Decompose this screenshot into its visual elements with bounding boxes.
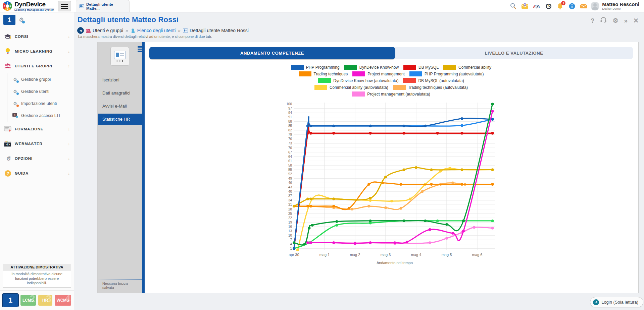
legend-swatch: [344, 65, 357, 70]
settings-gear-icon[interactable]: ⚙: [612, 17, 618, 24]
svg-text:28: 28: [288, 207, 292, 211]
svg-text:22: 22: [288, 216, 292, 220]
user-menu[interactable]: Matteo Resconi Docker Demo: [591, 0, 644, 12]
gears-icon: ⚙⚙: [4, 155, 11, 162]
sidebar-item-micro-learning[interactable]: MICRO LEARNING↓: [0, 44, 74, 59]
svg-text:mag 4: mag 4: [411, 253, 421, 257]
sidebar: 1 ⚙ CORSI↓MICRO LEARNING↓UTENTI E GRUPPI…: [0, 12, 74, 310]
svg-text:79: 79: [288, 133, 292, 136]
help-icon[interactable]: ?: [591, 17, 595, 24]
svg-text:7: 7: [290, 238, 292, 242]
close-icon[interactable]: ✕: [633, 17, 639, 24]
svg-text:1: 1: [290, 247, 292, 250]
section-avvisi-e-mail[interactable]: Avvisi e-Mail: [98, 101, 142, 112]
svg-text:mag 6: mag 6: [472, 253, 482, 257]
legend-item: DynDevice Know-how (autovalutata): [318, 78, 398, 83]
notification-badge: 1: [561, 1, 565, 5]
login-readonly-button[interactable]: ➔ Login (Sola lettura): [590, 297, 643, 307]
legend-item: PHP Programming (autovalutata): [409, 71, 484, 76]
sidebar-item-guida[interactable]: ?GUIDA↓: [0, 166, 74, 181]
tab-andamento-competenze[interactable]: ANDAMENTO COMPETENZE: [149, 47, 395, 59]
sidebar-item-webmaster[interactable]: <I>WEBMASTER↓: [0, 136, 74, 151]
open-document-tab[interactable]: Dettagli utente Matte...: [76, 0, 130, 12]
legend-item: Trading techniques (autovalutata): [393, 85, 468, 90]
sidebar-subitem-gestione-accessi-lti[interactable]: Gestione accessi LTI: [7, 110, 74, 122]
legend-item: Project management (autovalutata): [352, 91, 430, 97]
legend-swatch: [352, 91, 365, 97]
product-lcms-button[interactable]: 2LCMS: [20, 295, 36, 306]
chevron-up-icon: ↑: [68, 64, 70, 68]
legend-swatch: [393, 85, 406, 90]
breadcrumb-back-button[interactable]: ◀: [78, 27, 84, 34]
section-dati-anagrafici[interactable]: Dati anagrafici: [98, 87, 142, 99]
legend-swatch: [403, 78, 416, 83]
sidebar-menu: CORSI↓MICRO LEARNING↓UTENTI E GRUPPI↑⚙Ge…: [0, 27, 74, 262]
series-line: [308, 111, 493, 243]
chevron-down-icon: ↓: [68, 35, 70, 39]
svg-text:91: 91: [288, 115, 292, 119]
certificate-mail-icon[interactable]: [521, 2, 529, 10]
gear-blue-icon: ⚙: [12, 88, 18, 95]
dyndevice-wheel-logo-icon: 1234: [3, 1, 12, 11]
collapse-icon[interactable]: »: [624, 17, 628, 24]
svg-text:73: 73: [288, 141, 292, 145]
demo-box-title: ATTIVAZIONE DIMOSTRATIVA: [3, 264, 71, 270]
svg-text:43: 43: [288, 185, 292, 189]
legend-swatch: [299, 71, 311, 76]
legend-swatch: [403, 65, 416, 70]
sidebar-subitem-gestione-utenti[interactable]: ⚙Gestione utenti: [7, 85, 74, 98]
legend-item: DB MySQL: [403, 65, 439, 70]
gear-orange-icon: ⚙: [12, 101, 18, 107]
svg-text:46: 46: [288, 181, 292, 185]
product-1-button[interactable]: 1: [3, 294, 18, 307]
headset-icon[interactable]: [600, 17, 607, 24]
workspace-settings-icon[interactable]: ⚙: [19, 16, 24, 23]
svg-text:40: 40: [288, 190, 292, 193]
demo-box-text: In modalità dimostrativa alcune funzioni…: [3, 270, 71, 288]
user-details-panel: IscrizioniDati anagraficiAvvisi e-MailSt…: [97, 42, 639, 293]
legend-item: Project management: [352, 71, 405, 76]
svg-text:97: 97: [288, 107, 292, 110]
workspace-1-button[interactable]: 1: [3, 15, 15, 25]
search-icon[interactable]: [509, 2, 517, 10]
section-iscrizioni[interactable]: Iscrizioni: [98, 74, 142, 85]
svg-text:4: 4: [290, 242, 292, 246]
tab-label: Dettagli utente Matte...: [86, 2, 126, 10]
svg-text:Andamento nel tempo: Andamento nel tempo: [377, 261, 413, 265]
sections-hamburger-icon[interactable]: [138, 46, 143, 52]
legend-swatch: [352, 71, 365, 76]
svg-text:82: 82: [288, 128, 292, 132]
mail-icon[interactable]: [580, 2, 587, 10]
user-name: Matteo Resconi: [602, 2, 639, 7]
lightbulb-icon: [4, 48, 11, 55]
panel-tabs: ANDAMENTO COMPETENZELIVELLO E VALUTAZION…: [149, 47, 633, 59]
sidebar-item-utenti-e-gruppi[interactable]: UTENTI E GRUPPI↑: [0, 59, 74, 73]
product-wcms-button[interactable]: 4WCMS: [55, 295, 71, 306]
svg-text:16: 16: [288, 225, 292, 229]
section-statistiche-hr[interactable]: Statistiche HR: [98, 114, 145, 125]
info-icon[interactable]: [568, 2, 576, 10]
series-line: [308, 183, 493, 209]
avatar: [591, 2, 599, 10]
demo-activation-box: ATTIVAZIONE DIMOSTRATIVA In modalità dim…: [3, 264, 71, 288]
sidebar-item-formazione[interactable]: FORMAZIONE↓: [0, 122, 74, 136]
tab-livello-e-valutazione[interactable]: LIVELLO E VALUTAZIONE: [395, 47, 633, 59]
svg-text:94: 94: [288, 111, 292, 115]
bell-icon[interactable]: 1: [556, 2, 564, 10]
lti-icon: [12, 113, 18, 119]
legend-item: DynDevice Know-how: [344, 65, 399, 70]
gauge-icon[interactable]: [533, 2, 540, 10]
sidebar-subitem-importazione-utenti[interactable]: ⚙Importazione utenti: [7, 98, 74, 110]
sidebar-subitem-gestione-gruppi[interactable]: ⚙Gestione gruppi: [7, 73, 74, 85]
main-menu-hamburger[interactable]: [58, 1, 71, 11]
legend-item: DB MySQL (autovalutata): [403, 78, 464, 83]
history-icon[interactable]: [545, 2, 552, 10]
users-icon: [4, 62, 11, 70]
product-hr-button[interactable]: 3HR: [38, 295, 52, 306]
sidebar-item-opzioni[interactable]: ⚙⚙OPZIONI↓: [0, 151, 74, 166]
svg-text:88: 88: [288, 120, 292, 123]
breadcrumb-elenco-degli-utenti[interactable]: Elenco degli utenti: [131, 28, 176, 33]
sidebar-item-corsi[interactable]: CORSI↓: [0, 29, 74, 44]
svg-text:25: 25: [288, 212, 292, 215]
series-line: [294, 117, 493, 249]
